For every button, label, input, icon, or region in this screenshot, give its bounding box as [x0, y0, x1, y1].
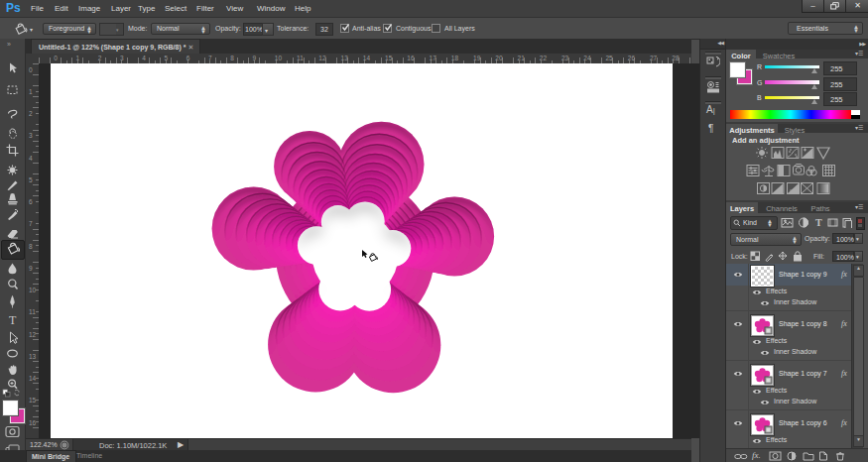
svg-text:T: T	[815, 217, 822, 228]
svg-text:T: T	[9, 313, 17, 326]
